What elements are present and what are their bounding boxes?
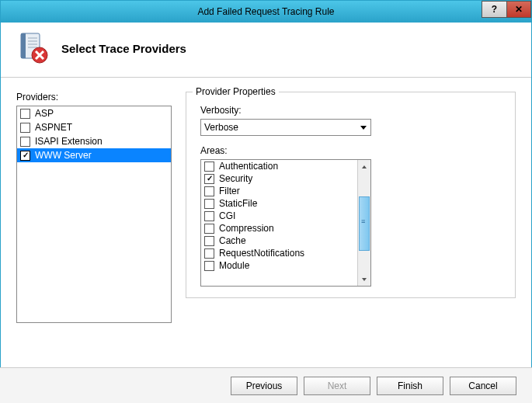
verbosity-label: Verbosity: — [200, 105, 506, 116]
area-label: CGI — [219, 210, 235, 221]
provider-label: WWW Server — [35, 150, 92, 161]
area-item[interactable]: CGI — [201, 210, 357, 222]
providers-label: Providers: — [16, 92, 172, 102]
area-label: Cache — [219, 235, 246, 246]
area-label: Module — [219, 260, 249, 271]
title-buttons: ? ✕ — [482, 1, 531, 18]
areas-label: Areas: — [200, 145, 506, 156]
checkbox[interactable] — [204, 248, 214, 259]
titlebar[interactable]: Add Failed Request Tracing Rule ? ✕ — [1, 1, 531, 23]
checkbox[interactable] — [20, 109, 30, 119]
cancel-button[interactable]: Cancel — [450, 377, 516, 395]
close-icon: ✕ — [515, 4, 523, 15]
area-item[interactable]: Authentication — [201, 160, 357, 172]
verbosity-select[interactable]: Verbose — [200, 119, 371, 136]
area-label: Authentication — [219, 161, 278, 172]
wizard-header: Select Trace Providers — [1, 23, 531, 78]
provider-properties-group: Provider Properties Verbosity: Verbose A… — [186, 92, 516, 298]
area-item[interactable]: Cache — [201, 235, 357, 247]
area-item[interactable]: Module — [201, 259, 357, 272]
area-label: StaticFile — [219, 198, 257, 209]
scrollbar[interactable] — [357, 160, 370, 286]
area-label: RequestNotifications — [219, 248, 304, 259]
area-label: Security — [219, 173, 252, 184]
area-item[interactable]: Filter — [201, 185, 357, 197]
next-button: Next — [304, 377, 370, 395]
provider-item[interactable]: WWW Server — [17, 148, 171, 162]
checkbox[interactable] — [204, 236, 214, 246]
area-item[interactable]: StaticFile — [201, 197, 357, 210]
close-button[interactable]: ✕ — [506, 1, 531, 18]
scroll-track[interactable] — [358, 173, 370, 273]
checkbox[interactable] — [20, 137, 30, 147]
checkbox[interactable] — [204, 186, 214, 196]
area-item[interactable]: Compression — [201, 222, 357, 235]
area-item[interactable]: Security — [201, 172, 357, 185]
scroll-down-arrow[interactable] — [358, 273, 370, 286]
properties-section: Provider Properties Verbosity: Verbose A… — [186, 92, 516, 323]
provider-label: ASPNET — [35, 122, 72, 133]
svg-rect-1 — [21, 33, 26, 58]
provider-item[interactable]: ISAPI Extension — [17, 134, 171, 148]
area-label: Filter — [219, 186, 240, 196]
checkbox[interactable] — [204, 224, 214, 234]
group-title: Provider Properties — [193, 86, 279, 97]
wizard-footer: Previous Next Finish Cancel — [0, 367, 532, 403]
providers-listbox[interactable]: ASPASPNETISAPI ExtensionWWW Server — [16, 106, 172, 323]
provider-label: ASP — [35, 108, 54, 119]
area-label: Compression — [219, 223, 274, 234]
window-title: Add Failed Request Tracing Rule — [1, 6, 531, 17]
document-error-icon — [16, 32, 49, 64]
help-button[interactable]: ? — [482, 1, 506, 18]
help-icon: ? — [492, 4, 497, 15]
checkbox[interactable] — [20, 123, 30, 133]
checkbox[interactable] — [204, 162, 214, 172]
checkbox[interactable] — [20, 151, 30, 161]
checkbox[interactable] — [204, 211, 214, 221]
area-item[interactable]: RequestNotifications — [201, 247, 357, 259]
finish-button[interactable]: Finish — [377, 377, 443, 395]
areas-listbox[interactable]: AuthenticationSecurityFilterStaticFileCG… — [200, 159, 371, 287]
page-title: Select Trace Providers — [61, 42, 186, 55]
scroll-thumb[interactable] — [359, 196, 370, 251]
scroll-up-arrow[interactable] — [358, 160, 370, 173]
provider-label: ISAPI Extension — [35, 136, 103, 147]
content-area: Providers: ASPASPNETISAPI ExtensionWWW S… — [1, 78, 531, 331]
checkbox[interactable] — [204, 199, 214, 209]
provider-item[interactable]: ASPNET — [17, 120, 171, 134]
checkbox[interactable] — [204, 261, 214, 271]
previous-button[interactable]: Previous — [231, 377, 297, 395]
provider-item[interactable]: ASP — [17, 106, 171, 120]
providers-section: Providers: ASPASPNETISAPI ExtensionWWW S… — [16, 92, 172, 323]
checkbox[interactable] — [204, 174, 214, 184]
